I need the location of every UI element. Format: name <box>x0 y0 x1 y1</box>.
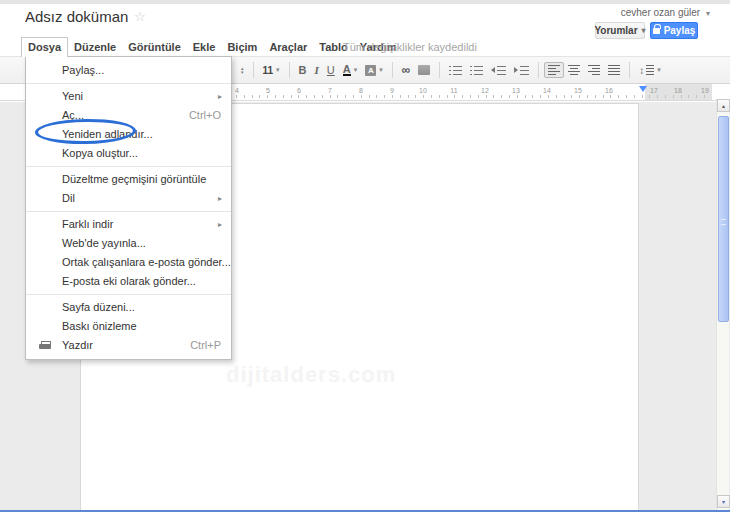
menu-item-make-copy[interactable]: Kopya oluştur... <box>26 144 231 163</box>
numbered-list-icon <box>449 66 451 75</box>
ruler-number: 4 <box>232 87 242 94</box>
file-menu-dropdown: Paylaş... Yeni ▸ Aç... Ctrl+O Yeniden ad… <box>25 56 232 360</box>
menu-item-share[interactable]: Paylaş... <box>26 61 231 80</box>
chevron-down-icon: ▾ <box>642 26 646 35</box>
underline-button[interactable]: U <box>323 62 339 78</box>
ruler-number: 12 <box>480 87 490 94</box>
font-size-select[interactable]: 11 ▾ <box>259 63 284 78</box>
comments-label: Yorumlar <box>594 25 637 36</box>
menu-format[interactable]: Biçim <box>221 38 263 56</box>
menu-item-print[interactable]: Yazdır Ctrl+P <box>26 336 231 355</box>
text-color-button[interactable]: A ▾ <box>339 62 361 78</box>
toolbar-divider <box>629 62 630 78</box>
ruler-number: 6 <box>294 87 304 94</box>
menu-item-publish-web[interactable]: Web'de yayınla... <box>26 234 231 253</box>
menu-separator <box>26 166 231 167</box>
bullet-list-icon <box>470 66 472 75</box>
menu-item-revision-history[interactable]: Düzeltme geçmişini görüntüle <box>26 170 231 189</box>
highlight-color-button[interactable]: A ▾ <box>361 63 387 78</box>
line-spacing-icon: ↕ <box>639 65 644 76</box>
numbered-list-button[interactable] <box>445 64 466 77</box>
chevron-down-icon: ▾ <box>379 66 383 74</box>
ruler-number: 18 <box>673 87 683 94</box>
justify-button[interactable] <box>604 63 624 77</box>
ruler-number: 17 <box>649 87 659 94</box>
document-title[interactable]: Adsız doküman <box>25 8 128 25</box>
menu-separator <box>26 83 231 84</box>
menu-insert[interactable]: Ekle <box>187 38 222 56</box>
right-margin-marker[interactable] <box>639 86 647 92</box>
italic-button[interactable]: I <box>311 62 323 78</box>
up-arrow-icon: ▴ <box>722 102 725 109</box>
justify-icon <box>608 65 620 75</box>
menu-item-print-preview[interactable]: Baskı önizleme <box>26 317 231 336</box>
share-label: Paylaş <box>664 25 696 36</box>
insert-link-button[interactable]: ∞ <box>398 61 415 79</box>
toolbar-divider <box>392 62 393 78</box>
menu-item-download-as[interactable]: Farklı indir ▸ <box>26 215 231 234</box>
menu-tools[interactable]: Araçlar <box>263 38 313 56</box>
share-button[interactable]: Paylaş <box>650 22 698 39</box>
ruler-number: 11 <box>449 87 459 94</box>
ruler-number: 16 <box>604 87 614 94</box>
toolbar-divider <box>289 62 290 78</box>
align-center-button[interactable] <box>564 63 584 77</box>
scrollbar-thumb[interactable] <box>718 116 729 322</box>
chevron-down-icon: ▾ <box>276 66 280 74</box>
image-icon <box>418 65 430 75</box>
menu-item-page-setup[interactable]: Sayfa düzeni... <box>26 298 231 317</box>
ruler-number: 10 <box>418 87 428 94</box>
indent-icon <box>514 67 518 73</box>
ruler-ticks <box>236 95 710 98</box>
menu-item-email-attachment[interactable]: E-posta eki olarak gönder... <box>26 272 231 291</box>
font-stepper[interactable]: ▴ ▾ <box>237 64 248 76</box>
menu-separator <box>26 211 231 212</box>
menu-view[interactable]: Görüntüle <box>122 38 187 56</box>
outdent-button[interactable] <box>487 64 510 77</box>
lock-icon <box>653 28 660 34</box>
menu-item-language[interactable]: Dil ▸ <box>26 189 231 208</box>
menu-separator <box>26 294 231 295</box>
ruler-number: 7 <box>325 87 335 94</box>
printer-icon <box>39 341 51 350</box>
chevron-down-icon: ▾ <box>706 9 710 18</box>
ruler-number: 8 <box>356 87 366 94</box>
highlight-icon: A <box>365 65 376 76</box>
ruler-number: 5 <box>263 87 273 94</box>
align-left-button[interactable] <box>544 62 564 78</box>
submenu-arrow-icon: ▸ <box>218 87 222 106</box>
line-spacing-button[interactable]: ↕ ▾ <box>635 63 665 78</box>
toolbar-divider <box>253 62 254 78</box>
submenu-arrow-icon: ▸ <box>218 215 222 234</box>
window-top-edge <box>0 0 730 4</box>
down-arrow-icon: ▾ <box>241 70 244 74</box>
ruler-number: 14 <box>542 87 552 94</box>
down-arrow-icon: ▾ <box>722 498 725 505</box>
ruler-number: 19 <box>700 87 710 94</box>
menu-item-rename[interactable]: Yeniden adlandır... <box>26 125 231 144</box>
menu-edit[interactable]: Düzenle <box>68 38 122 56</box>
account-menu[interactable]: cevher ozan güler ▾ <box>621 7 710 18</box>
account-name: cevher ozan güler <box>621 7 701 18</box>
star-icon[interactable]: ☆ <box>134 9 146 24</box>
save-status: Tüm değişiklikler kaydedildi <box>343 41 477 53</box>
comments-button[interactable]: Yorumlar ▾ <box>595 22 645 39</box>
menu-item-new[interactable]: Yeni ▸ <box>26 87 231 106</box>
font-size-value: 11 <box>263 65 274 76</box>
ruler-number: 15 <box>573 87 583 94</box>
align-left-icon <box>548 65 560 75</box>
bullet-list-button[interactable] <box>466 64 487 77</box>
watermark-text: dijitalders.com <box>226 362 396 388</box>
indent-button[interactable] <box>510 64 533 77</box>
align-right-button[interactable] <box>584 63 604 77</box>
insert-image-button[interactable] <box>414 63 434 77</box>
align-center-icon <box>568 65 580 75</box>
menu-item-email-collaborators[interactable]: Ortak çalışanlara e-posta gönder... <box>26 253 231 272</box>
scroll-down-button[interactable]: ▾ <box>717 495 730 508</box>
scroll-up-button[interactable]: ▴ <box>717 99 730 112</box>
vertical-scrollbar[interactable]: ▴ ▾ <box>716 99 729 510</box>
bold-button[interactable]: B <box>295 62 311 78</box>
menu-item-open[interactable]: Aç... Ctrl+O <box>26 106 231 125</box>
menu-file[interactable]: Dosya <box>21 37 68 57</box>
shortcut-label: Ctrl+O <box>189 106 221 125</box>
